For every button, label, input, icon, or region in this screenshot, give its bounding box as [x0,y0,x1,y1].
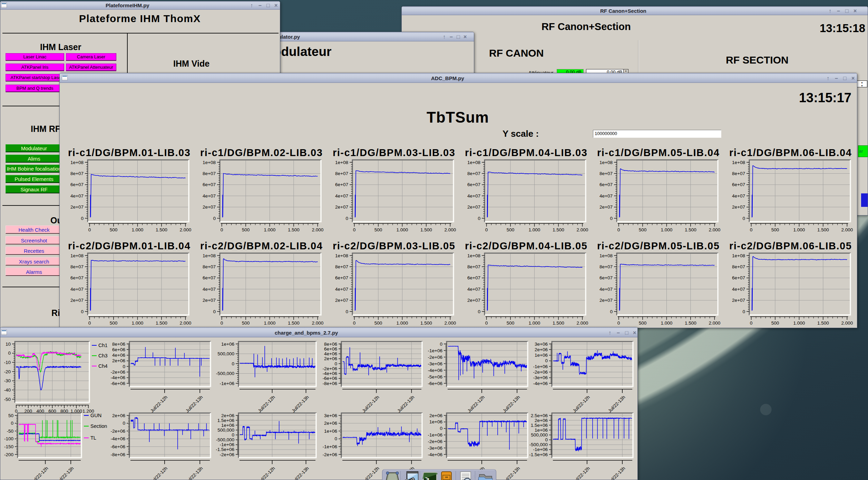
svg-text:0: 0 [742,216,745,221]
svg-text:Jul/22-13h: Jul/22-13h [56,466,75,480]
svg-text:500: 500 [242,320,250,326]
svg-text:-100: -100 [4,436,13,441]
svg-text:1.000: 1.000 [396,320,408,326]
svg-text:8e+07: 8e+07 [599,264,613,269]
svg-text:8e+06: 8e+06 [112,342,125,347]
svg-text:Jul/22-12h: Jul/22-12h [257,466,276,480]
svg-text:8e+07: 8e+07 [70,171,84,176]
svg-text:0: 0 [123,421,125,426]
svg-text:1.000: 1.000 [661,320,673,326]
svg-text:-2e+06: -2e+06 [428,355,442,360]
svg-text:0: 0 [750,320,752,326]
svg-text:0: 0 [88,227,91,232]
svg-text:1e+08: 1e+08 [335,160,348,165]
svg-text:4e+06: 4e+06 [324,351,337,356]
svg-text:2.000: 2.000 [709,227,721,232]
svg-text:-3e+06: -3e+06 [428,445,442,451]
svg-text:1e+08: 1e+08 [599,253,613,258]
svg-text:-4e+06: -4e+06 [111,436,125,441]
svg-text:0: 0 [345,216,348,221]
svg-text:4e+07: 4e+07 [203,193,216,199]
svg-text:-1e+06: -1e+06 [428,348,442,353]
svg-text:-1e+06: -1e+06 [428,432,442,438]
svg-text:1.500: 1.500 [817,227,829,232]
svg-text:>: > [425,475,429,480]
svg-text:2e+06: 2e+06 [112,413,125,418]
svg-text:500: 500 [507,320,515,326]
svg-text:1.500: 1.500 [156,320,167,326]
svg-text:1.000: 1.000 [793,320,805,326]
svg-text:Jul/22-12h: Jul/22-12h [30,466,49,480]
svg-text:6e+07: 6e+07 [70,275,84,280]
svg-text:0: 0 [221,227,223,232]
svg-text:1.5e+06: 1.5e+06 [217,418,234,423]
svg-text:-1e+06: -1e+06 [220,442,234,447]
svg-text:-20: -20 [4,369,11,374]
svg-text:1.000: 1.000 [396,227,408,232]
svg-text:0: 0 [334,361,337,366]
svg-text:4e+07: 4e+07 [70,193,84,199]
svg-text:2e+07: 2e+07 [467,204,480,210]
svg-text:2.5e+06: 2.5e+06 [531,413,548,418]
svg-text:1e+06: 1e+06 [535,353,548,358]
svg-text:4e+07: 4e+07 [203,287,216,292]
svg-text:0: 0 [232,432,234,438]
svg-text:0: 0 [440,426,442,431]
svg-text:4e+07: 4e+07 [467,193,480,199]
svg-text:2.000: 2.000 [180,227,192,232]
svg-text:50: 50 [8,413,13,418]
svg-text:1e+06: 1e+06 [535,428,548,433]
svg-text:6e+07: 6e+07 [203,275,216,280]
svg-text:2.000: 2.000 [709,320,721,326]
svg-text:0: 0 [353,227,355,232]
svg-text:1e+06: 1e+06 [221,423,234,428]
svg-text:1e+08: 1e+08 [467,160,480,165]
svg-text:6e+07: 6e+07 [335,182,348,187]
svg-text:Jul/22-13h: Jul/22-13h [502,466,521,480]
svg-text:3e+06: 3e+06 [535,342,548,347]
svg-text:6e+07: 6e+07 [70,182,84,187]
svg-text:-1.5e+06: -1.5e+06 [216,447,234,452]
svg-text:-4e+06: -4e+06 [428,368,442,373]
svg-text:-2e+06: -2e+06 [220,452,234,457]
svg-text:0: 0 [123,364,125,369]
svg-text:1e+06: 1e+06 [324,429,337,434]
svg-text:4e+07: 4e+07 [599,193,613,199]
svg-text:0: 0 [213,309,216,314]
svg-text:2e+06: 2e+06 [535,347,548,352]
svg-text:1e+08: 1e+08 [599,160,613,165]
svg-text:2.000: 2.000 [576,320,588,326]
svg-text:-4e+06: -4e+06 [111,375,125,380]
svg-text:8e+07: 8e+07 [335,264,348,269]
svg-text:1e+08: 1e+08 [732,253,745,258]
svg-text:2e+06: 2e+06 [429,413,442,418]
svg-text:1.500: 1.500 [553,227,564,232]
svg-text:2e+07: 2e+07 [70,298,84,303]
svg-text:-150: -150 [4,444,13,449]
svg-text:1e+06: 1e+06 [429,419,442,424]
svg-text:-2e+06: -2e+06 [323,452,337,457]
svg-text:1.000: 1.000 [264,320,276,326]
svg-text:2e+07: 2e+07 [203,204,216,210]
svg-text:2.000: 2.000 [312,320,324,326]
svg-text:2.000: 2.000 [841,227,853,232]
svg-text:0: 0 [485,227,488,232]
svg-text:-50: -50 [7,429,13,434]
svg-text:-50: -50 [4,397,11,402]
svg-text:-1e+06: -1e+06 [533,364,548,369]
svg-text:1.000: 1.000 [661,227,673,232]
svg-text:-8e+06: -8e+06 [111,452,125,457]
svg-text:1.000: 1.000 [132,227,144,232]
svg-text:500: 500 [374,320,382,326]
svg-text:2e+07: 2e+07 [599,204,613,210]
svg-text:500: 500 [507,227,515,232]
svg-text:-6e+06: -6e+06 [323,376,337,381]
svg-text:2.000: 2.000 [312,227,324,232]
svg-text:2e+07: 2e+07 [335,204,348,210]
svg-text:-4e+06: -4e+06 [533,381,548,386]
svg-text:-4e+06: -4e+06 [323,371,337,376]
svg-text:0: 0 [232,361,234,366]
svg-text:6e+07: 6e+07 [467,275,480,280]
svg-text:500,000: 500,000 [217,351,234,356]
svg-text:2e+06: 2e+06 [535,418,548,423]
